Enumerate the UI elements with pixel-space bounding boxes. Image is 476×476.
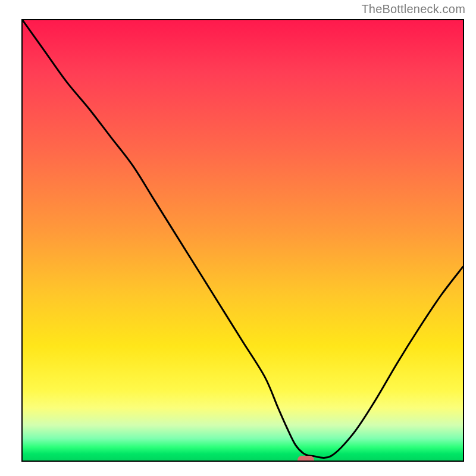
plot-area: [21, 19, 464, 462]
optimal-marker: [298, 456, 314, 462]
watermark-text: TheBottleneck.com: [361, 2, 465, 16]
bottleneck-curve: [23, 20, 463, 461]
